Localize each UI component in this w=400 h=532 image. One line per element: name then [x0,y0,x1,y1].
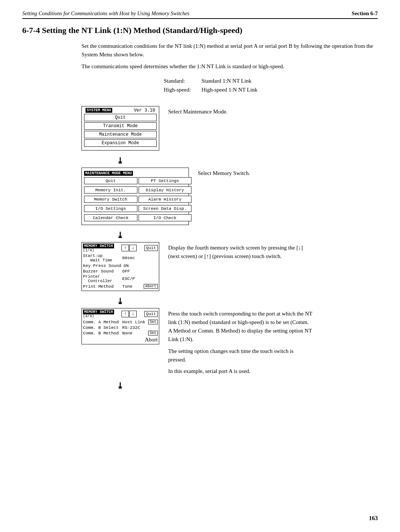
key-press-sound-label: Key Press Sound [83,263,121,268]
prev-screen-button[interactable]: ↑ [121,245,129,251]
comm-b-select-row: Comm. B Select RS-232C [83,325,158,330]
io-settings-button[interactable]: I/O Settings [84,205,137,212]
diagrams-container: SYSTEM MENU Ver 3.10 Quit Transmit Mode … [81,106,378,393]
diagram-4-note-1: Press the touch switch corresponding to … [168,310,313,344]
body-paragraph-1: Set the communication conditions for the… [81,42,378,59]
abort-button[interactable]: Abort [145,337,158,343]
comm-b-set-button[interactable]: Set [148,331,158,336]
prev-screen-button-4[interactable]: ↑ [121,311,129,317]
transmit-mode-button[interactable]: Transmit Mode [84,122,157,130]
buzzer-sound-row: Buzzer Sound OFF [83,269,158,274]
diagram-1-note: Select Maintenance Mode. [168,106,227,116]
print-method-abort[interactable]: Abort [144,284,158,289]
diagram-3-col: MEMORY SWITCH (1/4) ↑ ↓ Quit Start-up Wa… [81,242,159,291]
comm-b-method-row: Comm. B Method None Set [83,331,158,336]
diagram-4-note-3: In this example, serial port A is used. [168,367,313,376]
abort-row: Abort [83,337,158,343]
printer-controller-value: ESC/P [120,276,158,281]
diagram-3-row: MEMORY SWITCH (1/4) ↑ ↓ Quit Start-up Wa… [81,242,378,291]
system-menu-ver: Ver 3.10 [134,108,155,113]
body-paragraph-2: The communications speed determines whet… [81,62,378,71]
memswitch-1-topbar: MEMORY SWITCH (1/4) ↑ ↓ Quit [83,244,158,252]
maint-quit-button[interactable]: Quit [84,177,137,184]
highspeed-value: High-speed 1:N NT Link [201,86,257,94]
display-history-button[interactable]: Display History [139,186,192,194]
startup-wait-value: 00sec [120,255,158,260]
buzzer-sound-label: Buzzer Sound [83,269,120,274]
system-menu-header: SYSTEM MENU Ver 3.10 [84,108,157,113]
maintenance-menu-box: MAINTENANCE MODE MENU Quit PT Settings M… [81,168,189,225]
diagram-4-note-2: The setting option changes each time the… [168,347,313,364]
comm-b-method-value: None [120,331,148,336]
maintenance-menu-title: MAINTENANCE MODE MENU [84,171,133,176]
speed-table: Standard: Standard 1:N NT Link High-spee… [163,76,258,95]
startup-wait-label: Start-up Wait Time [83,254,120,262]
diagram-2-row: MAINTENANCE MODE MENU Quit PT Settings M… [81,168,378,225]
print-method-label: Print Method [83,284,120,289]
memory-switch-4-box: MEMORY SWITCH (4/4) ↑ ↓ Quit Comm. A Met… [81,308,159,344]
comm-a-method-label: Comm. A Method [83,320,120,324]
key-press-sound-row: Key Press Sound ON [83,263,158,268]
io-check-button[interactable]: I/O Check [139,214,192,221]
memswitch-1-quit[interactable]: Quit [144,245,158,251]
printer-controller-row: Printer Controller ESC/P [83,274,158,283]
maintenance-mode-button[interactable]: Maintenance Mode [84,131,157,138]
page-number: 163 [369,515,378,522]
comm-b-select-label: Comm. B Select [83,325,120,330]
memory-init-button[interactable]: Memory Init. [84,186,137,194]
key-press-sound-value: ON [121,263,158,268]
memswitch-1-title: MEMORY SWITCH [83,244,114,248]
memswitch-4-title: MEMORY SWITCH [83,310,114,314]
maintenance-menu-grid: Quit PT Settings Memory Init. Display Hi… [84,177,191,222]
print-method-row: Print Method Tone Abort [83,284,158,289]
comm-b-select-value: RS-232C [120,325,158,330]
section-title: 6-7-4 Setting the NT Link (1:N) Method (… [22,26,378,35]
memswitch-1-page: (1/4) [83,248,114,252]
diagram-4-note: Press the touch switch corresponding to … [168,308,313,376]
page-header: Setting Conditions for Communications wi… [22,10,378,19]
system-menu-title: SYSTEM MENU [86,108,112,113]
diagram-3-note: Display the fourth memory switch screen … [168,242,313,261]
system-menu-box: SYSTEM MENU Ver 3.10 Quit Transmit Mode … [81,106,159,151]
diagram-1-col: SYSTEM MENU Ver 3.10 Quit Transmit Mode … [81,106,159,151]
memory-switch-button[interactable]: Memory Switch [84,196,137,203]
memory-switch-1-box: MEMORY SWITCH (1/4) ↑ ↓ Quit Start-up Wa… [81,242,159,291]
memswitch-4-page: (4/4) [83,314,114,318]
arrow-4: ⤓ [117,381,123,391]
quit-button[interactable]: Quit [84,114,157,121]
pt-settings-button[interactable]: PT Settings [139,177,192,184]
alarm-history-button[interactable]: Alarm History [139,196,192,203]
comm-a-set-button[interactable]: Set [148,320,158,324]
standard-label: Standard: [164,77,201,85]
screen-data-button[interactable]: Screen Data Disp. [139,205,192,212]
startup-wait-row: Start-up Wait Time 00sec [83,254,158,262]
arrow-2: ⤓ [117,231,123,240]
diagram-1-row: SYSTEM MENU Ver 3.10 Quit Transmit Mode … [81,106,378,151]
highspeed-label: High-speed: [164,86,201,94]
arrow-1: ⤓ [117,156,123,166]
comm-a-method-value: Host Link [120,320,148,324]
calendar-check-button[interactable]: Calendar Check [84,214,137,221]
header-title: Setting Conditions for Communications wi… [22,10,190,17]
diagram-2-note: Select Memory Switch. [198,168,250,178]
next-screen-button[interactable]: ↓ [129,245,137,251]
memswitch-4-topbar: MEMORY SWITCH (4/4) ↑ ↓ Quit [83,310,158,318]
comm-b-method-label: Comm. B Method [83,331,120,336]
diagram-4-row: MEMORY SWITCH (4/4) ↑ ↓ Quit Comm. A Met… [81,308,378,376]
buzzer-sound-value: OFF [120,269,158,274]
header-section: Section 6-7 [352,10,378,17]
memswitch-4-quit[interactable]: Quit [144,311,158,317]
next-screen-button-4[interactable]: ↓ [129,311,137,317]
expansion-mode-button[interactable]: Expansion Mode [84,139,157,147]
print-method-value: Tone [120,284,144,289]
standard-value: Standard 1:N NT Link [201,77,257,85]
printer-controller-label: Printer Controller [83,274,120,283]
memswitch-4-arrows: ↑ ↓ [121,311,137,317]
diagram-4-col: MEMORY SWITCH (4/4) ↑ ↓ Quit Comm. A Met… [81,308,159,344]
diagram-2-col: MAINTENANCE MODE MENU Quit PT Settings M… [81,168,189,225]
memswitch-1-arrows: ↑ ↓ [121,245,137,251]
comm-a-method-row: Comm. A Method Host Link Set [83,320,158,324]
arrow-3: ⤓ [117,297,123,306]
